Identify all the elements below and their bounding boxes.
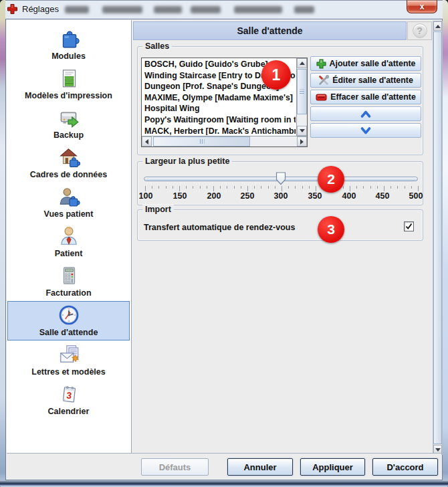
sidebar-item-modeles-impression[interactable]: Modèles d'impression: [7, 64, 130, 104]
triangle-down-icon: [300, 129, 305, 132]
green-plus-icon: [316, 59, 326, 69]
clock-icon: [58, 304, 80, 326]
tick-mark: [275, 186, 275, 189]
salles-actions: Ajouter salle d'attente Éditer salle d'a…: [310, 56, 421, 140]
scrollbar-thumb[interactable]: [297, 69, 307, 114]
help-button[interactable]: ?: [407, 21, 432, 40]
tick-mark: [158, 186, 159, 189]
import-groupbox: Import Transfert automatique de rendez-v…: [137, 209, 423, 241]
edit-salle-button[interactable]: Éditer salle d'attente: [310, 73, 421, 88]
sidebar-item-label: Facturation: [45, 288, 91, 298]
sidebar-item-label: Calendrier: [48, 407, 90, 416]
sidebar-item-label: Modèles d'impression: [25, 91, 112, 100]
triangle-down-icon: [435, 448, 441, 452]
window-glass-edge-right: [443, 0, 448, 487]
tick-mark: [282, 186, 282, 191]
scroll-up-button[interactable]: [297, 58, 307, 68]
groupbox-label: Largeur la plus petite: [142, 157, 232, 166]
tick-label: 100: [139, 191, 153, 201]
tick-mark: [356, 186, 357, 189]
sidebar-item-label: Salle d'attende: [39, 328, 98, 337]
close-button[interactable]: x: [407, 0, 437, 13]
person-puzzle-icon: [58, 185, 80, 208]
list-item[interactable]: MACK, Herbert [Dr. Mack's Antichambre]: [142, 126, 296, 135]
list-item[interactable]: Hospital Wing: [142, 103, 296, 114]
scrollbar-thumb[interactable]: [433, 31, 442, 444]
tick-mark: [213, 186, 214, 191]
tick-mark: [145, 186, 146, 191]
sidebar-item-patient[interactable]: Patient: [7, 222, 130, 262]
background-window-menu-blur: [65, 6, 89, 13]
scroll-left-button[interactable]: [142, 136, 152, 147]
window-title: Réglages: [22, 0, 59, 19]
scroll-up-button[interactable]: [433, 21, 442, 31]
sidebar-item-cadres-donnees[interactable]: Cadres de données: [7, 143, 130, 183]
width-slider-thumb[interactable]: [275, 172, 286, 185]
sidebar-item-vues-patient[interactable]: Vues patient: [7, 183, 130, 222]
scrollbar-thumb[interactable]: [153, 136, 250, 147]
delete-salle-button[interactable]: Effacer salle d'attente: [310, 90, 421, 104]
main-scrollbar[interactable]: [433, 21, 443, 455]
sidebar-item-facturation[interactable]: Facturation: [7, 262, 130, 301]
list-item[interactable]: Popy's Waitingroom [Waiting room in the: [142, 114, 296, 126]
background-window-menu-blur: [102, 6, 142, 13]
background-window-menu-blur: [191, 6, 221, 13]
triangle-up-icon: [300, 62, 305, 65]
annotation-badge-3: 3: [318, 216, 344, 243]
tick-mark: [377, 186, 378, 189]
scroll-down-button[interactable]: [297, 126, 307, 136]
tick-label: 350: [308, 191, 322, 201]
ok-button[interactable]: D'accord: [372, 458, 438, 476]
house-puzzle-icon: [58, 146, 80, 169]
tick-label: 200: [207, 191, 221, 201]
tick-mark: [186, 186, 187, 189]
list-horizontal-scrollbar[interactable]: [142, 136, 307, 147]
calendar-icon: 3: [58, 383, 80, 405]
move-down-button[interactable]: [310, 123, 421, 138]
tick-mark: [207, 186, 207, 189]
triangle-left-icon: [145, 139, 148, 144]
tick-mark: [390, 186, 391, 189]
sidebar-item-lettres-modeles[interactable]: Lettres et modèles: [7, 340, 130, 380]
list-item[interactable]: MAXIME, Olympe [Madame Maxime's]: [142, 92, 296, 104]
calculator-icon: [58, 264, 80, 287]
tick-mark: [370, 186, 371, 189]
tick-mark: [397, 186, 398, 189]
sidebar-item-label: Modules: [51, 52, 86, 61]
cancel-button[interactable]: Annuler: [227, 458, 293, 476]
button-label: Éditer salle d'attente: [332, 76, 413, 85]
tick-mark: [343, 186, 344, 189]
add-salle-button[interactable]: Ajouter salle d'attente: [310, 56, 421, 71]
settings-dialog-window: Réglages x Modules: [0, 0, 448, 487]
tick-mark: [405, 186, 405, 189]
sidebar-item-modules[interactable]: Modules: [7, 25, 130, 64]
groupbox-label: Salles: [142, 41, 172, 51]
defaults-button[interactable]: Défauts: [141, 458, 209, 476]
sidebar-item-salle-attende[interactable]: Salle d'attende: [7, 301, 130, 340]
transfer-checkbox[interactable]: [404, 221, 414, 231]
background-window-menu-blur: [154, 6, 182, 13]
scroll-right-button[interactable]: [297, 136, 307, 147]
button-label: Ajouter salle d'attente: [330, 59, 416, 68]
tick-label: 400: [342, 191, 356, 201]
tick-mark: [220, 186, 221, 189]
list-vertical-scrollbar[interactable]: [296, 58, 307, 136]
titlebar[interactable]: Réglages x: [0, 0, 448, 19]
settings-sidebar: Modules Modèles d'impression: [7, 20, 132, 455]
annotation-badge-1: 1: [261, 60, 291, 90]
groupbox-label: Import: [142, 205, 174, 214]
sidebar-item-calendrier[interactable]: 3 Calendrier: [7, 380, 130, 419]
tick-mark: [152, 186, 152, 189]
sidebar-item-backup[interactable]: Backup: [7, 104, 130, 143]
tick-mark: [179, 186, 180, 191]
move-up-button[interactable]: [310, 106, 421, 121]
transfer-checkbox-label: Transfert automatique de rendez-vous: [144, 223, 295, 232]
tick-mark: [418, 186, 419, 191]
tick-label: 450: [376, 191, 390, 201]
tick-label: 150: [173, 191, 187, 201]
tick-mark: [288, 186, 289, 189]
dialog-body: Modules Modèles d'impression: [5, 19, 443, 480]
apply-button[interactable]: Appliquer: [300, 458, 365, 476]
tick-label: 250: [241, 191, 255, 201]
tools-icon: [318, 75, 329, 86]
